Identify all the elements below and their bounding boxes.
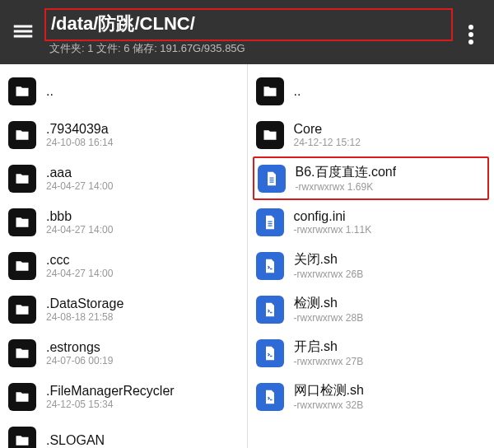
item-labels: 检测.sh-rwxrwxrwx 28B xyxy=(294,295,364,324)
item-meta: 24-04-27 14:00 xyxy=(46,268,113,279)
list-item[interactable]: .aaa24-04-27 14:00 xyxy=(5,156,242,200)
overflow-button[interactable] xyxy=(453,16,489,53)
item-name: 关闭.sh xyxy=(294,251,364,268)
item-meta: 24-07-06 00:19 xyxy=(46,355,113,366)
list-item[interactable]: .. xyxy=(5,69,242,113)
item-icon xyxy=(8,208,36,236)
item-labels: .FileManagerRecycler24-12-05 15:34 xyxy=(46,384,175,410)
item-labels: .. xyxy=(46,84,54,99)
item-name: config.ini xyxy=(294,209,372,224)
item-name: .SLOGAN xyxy=(46,433,105,448)
item-meta: 24-10-08 16:14 xyxy=(46,137,113,148)
script-icon xyxy=(262,258,278,274)
item-labels: .DataStorage24-08-18 21:58 xyxy=(46,296,124,323)
item-name: .estrongs xyxy=(46,340,113,355)
item-labels: .estrongs24-07-06 00:19 xyxy=(46,340,113,366)
folder-icon xyxy=(262,83,278,100)
script-icon xyxy=(262,389,278,405)
item-name: .DataStorage xyxy=(46,296,124,311)
item-meta: 24-12-05 15:34 xyxy=(46,399,175,410)
svg-point-1 xyxy=(468,32,473,37)
item-icon xyxy=(258,165,286,193)
document-icon xyxy=(263,170,280,187)
appbar: /data/防跳/CLNC/ 文件夹: 1 文件: 6 储存: 191.67G/… xyxy=(0,0,494,64)
item-labels: 开启.sh-rwxrwxrwx 27B xyxy=(294,338,364,367)
item-icon xyxy=(8,121,36,149)
item-labels: .aaa24-04-27 14:00 xyxy=(46,166,113,192)
list-item[interactable]: .FileManagerRecycler24-12-05 15:34 xyxy=(5,375,242,418)
item-name: 检测.sh xyxy=(294,295,364,312)
path-bar[interactable]: /data/防跳/CLNC/ xyxy=(44,8,453,41)
item-name: 开启.sh xyxy=(294,338,364,356)
item-labels: .bbb24-04-27 14:00 xyxy=(46,209,113,236)
list-item[interactable]: B6.百度直连.conf-rwxrwxrwx 1.69K xyxy=(253,156,490,200)
item-icon xyxy=(256,121,284,149)
item-meta: 24-04-27 14:00 xyxy=(46,224,113,236)
item-icon xyxy=(8,165,36,193)
svg-point-0 xyxy=(468,25,473,30)
item-name: .ccc xyxy=(46,253,113,268)
list-item[interactable]: .SLOGAN xyxy=(5,418,242,448)
item-name: Core xyxy=(294,122,361,137)
path-text: /data/防跳/CLNC/ xyxy=(51,13,195,34)
item-meta: 24-12-12 15:12 xyxy=(294,137,361,148)
list-item[interactable]: .7934039a24-10-08 16:14 xyxy=(5,113,242,156)
item-meta: -rwxrwxrwx 27B xyxy=(294,356,364,367)
item-meta: -rwxrwxrwx 26B xyxy=(294,268,364,280)
item-icon xyxy=(256,252,284,280)
item-meta: -rwxrwxrwx 1.11K xyxy=(294,224,372,236)
item-icon xyxy=(8,252,36,280)
item-meta: -rwxrwxrwx 32B xyxy=(294,399,364,411)
script-icon xyxy=(262,301,278,318)
title-block: /data/防跳/CLNC/ 文件夹: 1 文件: 6 储存: 191.67G/… xyxy=(44,8,453,56)
list-item[interactable]: 检测.sh-rwxrwxrwx 28B xyxy=(253,287,490,331)
item-labels: config.ini-rwxrwxrwx 1.11K xyxy=(294,209,372,236)
item-icon xyxy=(256,296,284,324)
item-name: .. xyxy=(294,84,301,99)
list-item[interactable]: 关闭.sh-rwxrwxrwx 26B xyxy=(253,244,490,287)
svg-point-2 xyxy=(468,40,473,44)
item-meta: 24-08-18 21:58 xyxy=(46,311,124,323)
item-icon xyxy=(8,296,36,324)
list-item[interactable]: .. xyxy=(253,69,490,113)
menu-button[interactable] xyxy=(5,13,41,49)
item-name: .bbb xyxy=(46,209,113,224)
list-item[interactable]: 网口检测.sh-rwxrwxrwx 32B xyxy=(253,375,490,418)
item-meta: 24-04-27 14:00 xyxy=(46,180,113,192)
folder-icon xyxy=(14,345,30,362)
item-icon xyxy=(256,339,284,367)
list-item[interactable]: config.ini-rwxrwxrwx 1.11K xyxy=(253,200,490,244)
list-item[interactable]: .DataStorage24-08-18 21:58 xyxy=(5,287,242,331)
item-meta: -rwxrwxrwx 1.69K xyxy=(296,181,397,193)
overflow-icon xyxy=(468,25,473,44)
list-item[interactable]: .bbb24-04-27 14:00 xyxy=(5,200,242,244)
item-labels: 网口检测.sh-rwxrwxrwx 32B xyxy=(294,382,364,411)
item-icon xyxy=(256,77,284,105)
item-icon xyxy=(256,208,284,236)
folder-icon xyxy=(14,389,30,405)
item-labels: Core24-12-12 15:12 xyxy=(294,122,361,148)
item-icon xyxy=(8,77,36,105)
item-labels: .SLOGAN xyxy=(46,433,105,448)
script-icon xyxy=(262,345,278,362)
folder-icon xyxy=(14,258,30,274)
item-name: .FileManagerRecycler xyxy=(46,384,175,399)
list-item[interactable]: .ccc24-04-27 14:00 xyxy=(5,244,242,287)
list-item[interactable]: .estrongs24-07-06 00:19 xyxy=(5,331,242,375)
item-labels: B6.百度直连.conf-rwxrwxrwx 1.69K xyxy=(296,164,397,193)
item-name: .aaa xyxy=(46,166,113,180)
folder-icon xyxy=(14,127,30,143)
item-labels: .7934039a24-10-08 16:14 xyxy=(46,122,113,148)
left-pane[interactable]: ...7934039a24-10-08 16:14.aaa24-04-27 14… xyxy=(0,64,248,448)
item-name: B6.百度直连.conf xyxy=(296,164,397,181)
folder-icon xyxy=(14,301,30,318)
item-icon xyxy=(8,427,36,449)
item-icon xyxy=(8,383,36,411)
folder-icon xyxy=(14,214,30,231)
list-item[interactable]: Core24-12-12 15:12 xyxy=(253,113,490,156)
list-item[interactable]: 开启.sh-rwxrwxrwx 27B xyxy=(253,331,490,375)
item-labels: 关闭.sh-rwxrwxrwx 26B xyxy=(294,251,364,280)
item-labels: .. xyxy=(294,84,301,99)
right-pane[interactable]: ..Core24-12-12 15:12B6.百度直连.conf-rwxrwxr… xyxy=(248,64,495,448)
item-icon xyxy=(256,383,284,411)
